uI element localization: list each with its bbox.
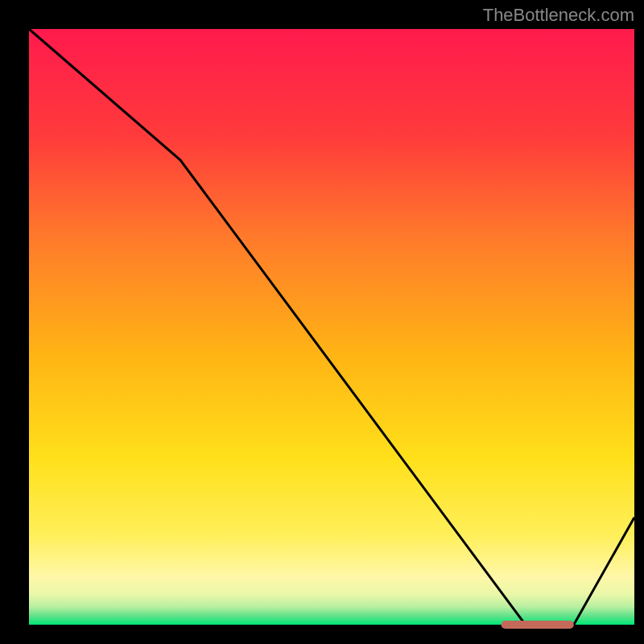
source-attribution: TheBottleneck.com	[483, 5, 634, 26]
chart-container: { "source_label": "TheBottleneck.com", "…	[0, 0, 644, 644]
gradient-background	[29, 29, 634, 625]
bottleneck-chart	[0, 0, 644, 644]
optimum-marker	[502, 621, 574, 629]
